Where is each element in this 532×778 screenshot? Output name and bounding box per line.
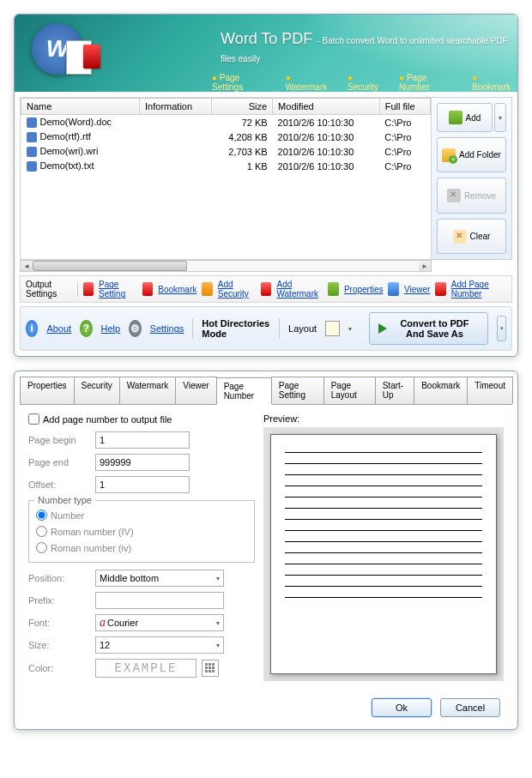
col-name[interactable]: Name xyxy=(21,99,140,115)
position-value: Middle bottom xyxy=(100,573,159,583)
tab-timeout[interactable]: Timeout xyxy=(467,377,513,404)
layout-swatch[interactable] xyxy=(325,321,339,336)
tab-properties[interactable]: Properties xyxy=(20,377,75,404)
col-fullfile[interactable]: Full file xyxy=(379,99,430,115)
convert-arrow-icon xyxy=(378,323,387,334)
radio-roman-lower[interactable] xyxy=(36,542,47,553)
app-title: Word To PDF xyxy=(221,30,312,47)
color-picker-button[interactable] xyxy=(202,660,219,677)
layout-dropdown[interactable]: ▾ xyxy=(348,325,352,333)
horizontal-scrollbar[interactable]: ◄ ► xyxy=(20,260,432,272)
output-toolbar: Output Settings Page Setting Bookmark Ad… xyxy=(20,275,512,303)
font-select[interactable]: aCourier▾ xyxy=(95,614,224,631)
add-security-link[interactable]: Add Security xyxy=(218,280,256,299)
col-size[interactable]: Size xyxy=(212,99,273,115)
offset-input[interactable] xyxy=(95,476,190,493)
tab-bookmark[interactable]: Bookmark xyxy=(414,377,468,404)
table-row[interactable]: Demo(txt).txt1 KB2010/2/6 10:10:30C:\Pro xyxy=(21,159,431,173)
tab-content: Add page number to output file Page begi… xyxy=(20,405,512,691)
tab-page-layout[interactable]: Page Layout xyxy=(323,377,376,404)
about-link[interactable]: About xyxy=(46,323,71,334)
settings-link[interactable]: Settings xyxy=(150,323,184,334)
bottom-bar: i About ? Help ⚙ Settings Hot Directorie… xyxy=(20,306,512,351)
header-link-bookmark[interactable]: Bookmark xyxy=(472,73,517,92)
folder-icon xyxy=(442,148,456,162)
tab-watermark[interactable]: Watermark xyxy=(119,377,177,404)
remove-button[interactable]: Remove xyxy=(437,178,506,213)
file-table-wrap: Name Information Size Modified Full file… xyxy=(21,98,431,259)
add-page-number-link[interactable]: Add Page Number xyxy=(451,280,506,299)
preview-line xyxy=(285,575,482,576)
convert-dropdown[interactable]: ▾ xyxy=(497,316,506,341)
remove-icon xyxy=(447,189,461,202)
size-select[interactable]: 12▾ xyxy=(95,636,224,654)
tab-page-setting[interactable]: Page Setting xyxy=(271,377,324,404)
add-watermark-link[interactable]: Add Watermark xyxy=(276,280,323,299)
header-link-watermark[interactable]: Watermark xyxy=(286,73,334,92)
cancel-button[interactable]: Cancel xyxy=(440,698,500,717)
add-dropdown[interactable]: ▾ xyxy=(494,103,506,132)
number-type-fieldset: Number type Number Roman number (IV) Rom… xyxy=(28,500,255,563)
clear-button[interactable]: Clear xyxy=(437,219,506,254)
svg-rect-6 xyxy=(205,670,208,672)
radio-number[interactable] xyxy=(36,510,47,521)
form-column: Add page number to output file Page begi… xyxy=(28,413,255,683)
tab-start-up[interactable]: Start-Up xyxy=(375,377,415,404)
svg-rect-5 xyxy=(212,666,215,669)
color-example-input[interactable]: EXAMPLE xyxy=(95,659,196,678)
header-link-security[interactable]: Security xyxy=(348,73,385,92)
add-page-number-checkbox[interactable] xyxy=(28,413,39,425)
ok-button[interactable]: Ok xyxy=(372,698,432,717)
properties-link[interactable]: Properties xyxy=(344,285,384,294)
scroll-right-arrow[interactable]: ► xyxy=(419,261,431,271)
bookmark-link[interactable]: Bookmark xyxy=(158,285,196,294)
tab-viewer[interactable]: Viewer xyxy=(175,377,216,404)
main-area: Name Information Size Modified Full file… xyxy=(20,97,512,260)
col-information[interactable]: Information xyxy=(140,99,212,115)
clear-label: Clear xyxy=(470,232,491,241)
header-link-page-number[interactable]: Page Number xyxy=(399,73,458,92)
sep xyxy=(77,281,78,297)
preview-line xyxy=(285,519,482,520)
action-panel: Add ▾ Add Folder Remove Clear xyxy=(431,98,511,259)
position-select[interactable]: Middle bottom▾ xyxy=(95,570,224,587)
size-value: 12 xyxy=(100,640,110,650)
table-row[interactable]: Demo(Word).doc72 KB2010/2/6 10:10:30C:\P… xyxy=(21,115,431,130)
convert-button[interactable]: Convert to PDF And Save As xyxy=(369,312,489,345)
viewer-link[interactable]: Viewer xyxy=(404,285,430,294)
preview-line xyxy=(285,474,482,475)
prefix-input[interactable] xyxy=(95,592,224,609)
svg-rect-4 xyxy=(209,666,211,669)
add-button[interactable]: Add xyxy=(437,103,493,132)
chevron-down-icon: ▾ xyxy=(216,619,220,627)
convert-label: Convert to PDF And Save As xyxy=(390,318,480,339)
page-end-input[interactable] xyxy=(95,454,190,471)
header-banner: Word To PDF - Batch convert Word to unli… xyxy=(15,15,517,92)
page-setting-link[interactable]: Page Setting xyxy=(99,280,137,299)
clear-icon xyxy=(453,230,467,244)
help-link[interactable]: Help xyxy=(101,323,121,334)
header-link-page-settings[interactable]: Page Settings xyxy=(212,73,272,92)
page-number-icon xyxy=(435,282,445,296)
svg-rect-0 xyxy=(205,663,208,666)
col-modified[interactable]: Modified xyxy=(273,99,380,115)
color-example-text: EXAMPLE xyxy=(100,661,192,675)
page-begin-input[interactable] xyxy=(95,431,190,449)
file-icon xyxy=(27,118,37,128)
svg-rect-2 xyxy=(212,663,215,666)
table-row[interactable]: Demo(rtf).rtf4,208 KB2010/2/6 10:10:30C:… xyxy=(21,130,431,144)
tab-page-number[interactable]: Page Number xyxy=(216,377,272,405)
preview-line xyxy=(285,597,482,598)
scroll-left-arrow[interactable]: ◄ xyxy=(21,261,33,271)
hot-directories-mode[interactable]: Hot Directories Mode xyxy=(192,318,280,339)
offset-label: Offset: xyxy=(28,479,90,490)
scroll-thumb[interactable] xyxy=(33,261,187,271)
table-row[interactable]: Demo(wri).wri2,703 KB2010/2/6 10:10:30C:… xyxy=(21,144,431,159)
position-label: Position: xyxy=(28,573,90,583)
tab-security[interactable]: Security xyxy=(74,377,120,404)
add-folder-button[interactable]: Add Folder xyxy=(437,137,506,172)
font-a-icon: a xyxy=(100,616,106,629)
main-app-window: Word To PDF - Batch convert Word to unli… xyxy=(14,14,518,357)
radio-roman-upper[interactable] xyxy=(36,526,47,537)
size-label: Size: xyxy=(28,640,90,650)
